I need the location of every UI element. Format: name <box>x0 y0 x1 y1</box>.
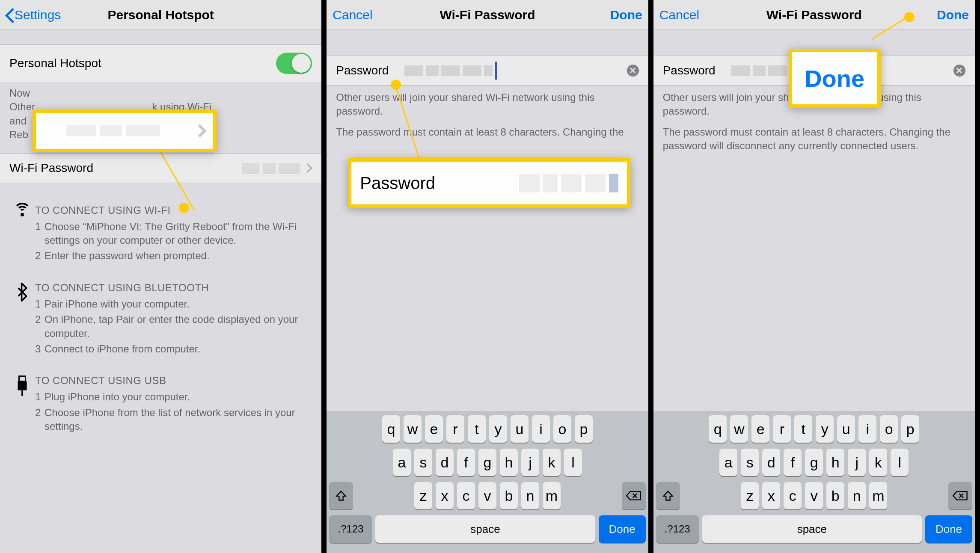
cancel-button[interactable]: Cancel <box>659 8 715 22</box>
onscreen-keyboard[interactable]: qwertyuiop asdfghjkl zxcvbnm .?123 space… <box>327 411 648 553</box>
key-a[interactable]: a <box>393 449 411 476</box>
key-y[interactable]: y <box>816 415 834 443</box>
key-m[interactable]: m <box>543 482 561 509</box>
wifi-icon <box>14 205 31 218</box>
key-w[interactable]: w <box>730 415 748 443</box>
back-button[interactable]: Settings <box>6 8 62 22</box>
backspace-key[interactable] <box>948 482 972 509</box>
key-d[interactable]: d <box>436 449 454 476</box>
key-y[interactable]: y <box>489 415 507 443</box>
clear-text-icon[interactable]: ✕ <box>953 65 965 77</box>
callout-wifi-password-row <box>33 109 217 152</box>
svg-rect-0 <box>19 376 26 381</box>
key-z[interactable]: z <box>414 482 432 509</box>
clear-text-icon[interactable]: ✕ <box>627 65 639 77</box>
key-f[interactable]: f <box>457 449 475 476</box>
hotspot-toggle-cell[interactable]: Personal Hotspot <box>0 44 321 82</box>
key-t[interactable]: t <box>794 415 812 443</box>
key-a[interactable]: a <box>719 449 737 476</box>
key-o[interactable]: o <box>880 415 898 443</box>
backspace-key[interactable] <box>622 482 646 509</box>
space-key[interactable]: space <box>702 515 922 543</box>
chevron-left-icon <box>6 8 15 22</box>
key-d[interactable]: d <box>762 449 780 476</box>
key-u[interactable]: u <box>837 415 855 443</box>
key-t[interactable]: t <box>468 415 486 443</box>
callout-done-button: Done <box>789 49 881 108</box>
numbers-key[interactable]: .?123 <box>656 515 699 543</box>
password-label: Password <box>663 64 731 77</box>
cancel-button[interactable]: Cancel <box>333 8 388 22</box>
hint-text-2: The password must contain at least 8 cha… <box>653 124 975 158</box>
key-g[interactable]: g <box>478 449 496 476</box>
key-x[interactable]: x <box>762 482 780 509</box>
key-p[interactable]: p <box>901 415 919 443</box>
key-q[interactable]: q <box>382 415 400 443</box>
toggle-label: Personal Hotspot <box>9 56 101 70</box>
key-h[interactable]: h <box>826 449 844 476</box>
key-g[interactable]: g <box>805 449 823 476</box>
key-r[interactable]: r <box>446 415 464 443</box>
onscreen-keyboard[interactable]: qwertyuiop asdfghjkl zxcvbnm .?123 space… <box>653 411 975 553</box>
key-q[interactable]: q <box>709 415 727 443</box>
key-s[interactable]: s <box>414 449 432 476</box>
key-i[interactable]: i <box>858 415 876 443</box>
done-button[interactable]: Done <box>913 8 969 22</box>
key-e[interactable]: e <box>425 415 443 443</box>
done-button[interactable]: Done <box>587 8 642 22</box>
key-b[interactable]: b <box>500 482 518 509</box>
keyboard-done-key[interactable]: Done <box>925 515 972 543</box>
wifi-password-label: Wi-Fi Password <box>9 161 93 175</box>
key-s[interactable]: s <box>741 449 759 476</box>
password-field-cell[interactable]: Password ✕ <box>327 56 648 86</box>
key-l[interactable]: l <box>891 449 909 476</box>
key-e[interactable]: e <box>751 415 769 443</box>
key-n[interactable]: n <box>848 482 866 509</box>
keyboard-done-key[interactable]: Done <box>599 515 646 543</box>
key-c[interactable]: c <box>784 482 802 509</box>
key-i[interactable]: i <box>532 415 550 443</box>
key-v[interactable]: v <box>478 482 496 509</box>
callout-dot <box>904 12 915 22</box>
nav-bar: Settings Personal Hotspot <box>0 0 321 30</box>
instructions-wifi: TO CONNECT USING WI-FI 1Choose “MiPhone … <box>0 200 321 278</box>
key-p[interactable]: p <box>575 415 593 443</box>
callout-dot <box>179 203 189 213</box>
key-h[interactable]: h <box>500 449 518 476</box>
key-k[interactable]: k <box>869 449 887 476</box>
nav-bar: Cancel Wi-Fi Password Done <box>653 0 975 30</box>
instructions-usb: TO CONNECT USING USB 1Plug iPhone into y… <box>0 370 321 448</box>
key-j[interactable]: j <box>521 449 539 476</box>
switch-on-icon[interactable] <box>276 53 312 74</box>
hint-text-2: The password must contain at least 8 cha… <box>327 124 648 144</box>
shift-key[interactable] <box>329 482 353 509</box>
key-z[interactable]: z <box>741 482 759 509</box>
key-x[interactable]: x <box>436 482 454 509</box>
key-c[interactable]: c <box>457 482 475 509</box>
key-v[interactable]: v <box>805 482 823 509</box>
bluetooth-icon <box>16 283 29 358</box>
wifi-password-cell[interactable]: Wi-Fi Password <box>0 153 321 183</box>
instructions-bluetooth: TO CONNECT USING BLUETOOTH 1Pair iPhone … <box>0 278 321 371</box>
nav-bar: Cancel Wi-Fi Password Done <box>327 0 648 30</box>
screen-wifi-password-done: Cancel Wi-Fi Password Done Password ✕ Ot… <box>653 0 980 553</box>
space-key[interactable]: space <box>375 515 595 543</box>
key-r[interactable]: r <box>773 415 791 443</box>
key-j[interactable]: j <box>848 449 866 476</box>
key-m[interactable]: m <box>869 482 887 509</box>
usb-icon <box>16 376 29 435</box>
shift-key[interactable] <box>656 482 680 509</box>
key-l[interactable]: l <box>564 449 582 476</box>
numbers-key[interactable]: .?123 <box>329 515 372 543</box>
key-u[interactable]: u <box>511 415 529 443</box>
key-b[interactable]: b <box>826 482 844 509</box>
key-o[interactable]: o <box>553 415 571 443</box>
wifi-password-value <box>93 161 312 175</box>
password-input[interactable] <box>404 64 627 77</box>
key-k[interactable]: k <box>543 449 561 476</box>
key-f[interactable]: f <box>784 449 802 476</box>
key-w[interactable]: w <box>404 415 422 443</box>
chevron-right-icon <box>193 124 206 137</box>
svg-rect-1 <box>18 381 27 390</box>
key-n[interactable]: n <box>521 482 539 509</box>
